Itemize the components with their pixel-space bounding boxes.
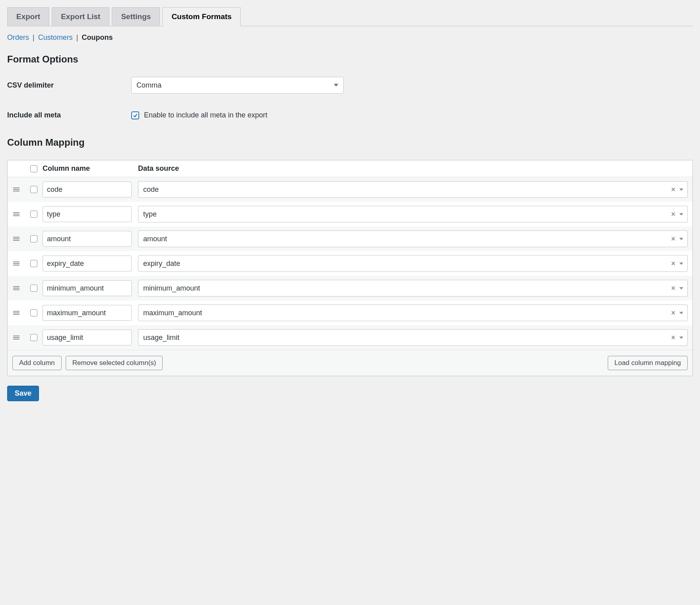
column-name-input[interactable] xyxy=(43,256,132,271)
drag-handle-icon[interactable] xyxy=(13,335,19,340)
select-csv-delimiter[interactable]: Comma xyxy=(131,77,344,94)
subnav: Orders | Customers | Coupons xyxy=(7,33,693,42)
drag-handle-icon[interactable] xyxy=(13,211,19,217)
row-checkbox[interactable] xyxy=(30,211,37,218)
clear-icon[interactable]: × xyxy=(671,235,675,243)
remove-selected-button[interactable]: Remove selected column(s) xyxy=(66,356,163,370)
data-source-value: amount xyxy=(143,235,167,243)
mapping-row: maximum_amount× xyxy=(8,301,692,325)
tab-export[interactable]: Export xyxy=(7,7,49,26)
checkbox-select-all[interactable] xyxy=(30,165,37,172)
column-name-input[interactable] xyxy=(43,206,132,222)
chevron-down-icon xyxy=(679,238,683,240)
data-source-select[interactable]: usage_limit× xyxy=(138,329,688,346)
data-source-select[interactable]: minimum_amount× xyxy=(138,280,688,297)
check-icon xyxy=(132,113,138,118)
desc-include-all-meta: Enable to include all meta in the export xyxy=(144,111,267,119)
row-checkbox[interactable] xyxy=(30,235,37,242)
chevron-down-icon xyxy=(334,84,338,87)
row-checkbox[interactable] xyxy=(30,334,37,341)
chevron-down-icon xyxy=(679,312,683,314)
mapping-header: Column name Data source xyxy=(8,160,692,177)
column-name-input[interactable] xyxy=(43,280,132,296)
drag-handle-icon[interactable] xyxy=(13,236,19,242)
chevron-down-icon xyxy=(679,336,683,339)
heading-column-mapping: Column Mapping xyxy=(7,137,693,148)
clear-icon[interactable]: × xyxy=(671,334,675,342)
subnav-orders[interactable]: Orders xyxy=(7,33,29,41)
load-column-mapping-button[interactable]: Load column mapping xyxy=(608,356,688,370)
chevron-down-icon xyxy=(679,188,683,191)
select-csv-delimiter-value: Comma xyxy=(136,81,161,90)
clear-icon[interactable]: × xyxy=(671,210,675,219)
mapping-row: code× xyxy=(8,177,692,202)
heading-format-options: Format Options xyxy=(7,54,693,65)
column-mapping-panel: Column name Data source code×type×amount… xyxy=(7,160,693,376)
row-checkbox[interactable] xyxy=(30,260,37,267)
chevron-down-icon xyxy=(679,213,683,215)
data-source-value: type xyxy=(143,210,157,219)
data-source-value: expiry_date xyxy=(143,260,180,268)
subnav-coupons[interactable]: Coupons xyxy=(82,33,113,41)
checkbox-include-all-meta[interactable] xyxy=(131,111,139,119)
data-source-value: minimum_amount xyxy=(143,284,200,293)
mapping-footer: Add column Remove selected column(s) Loa… xyxy=(8,350,692,376)
drag-handle-icon[interactable] xyxy=(13,261,19,266)
mapping-row: amount× xyxy=(8,226,692,251)
data-source-value: maximum_amount xyxy=(143,309,202,317)
mapping-row: minimum_amount× xyxy=(8,276,692,301)
main-tabs: Export Export List Settings Custom Forma… xyxy=(7,7,693,26)
tab-export-list[interactable]: Export List xyxy=(52,7,109,26)
tab-settings[interactable]: Settings xyxy=(112,7,160,26)
clear-icon[interactable]: × xyxy=(671,309,675,317)
column-name-input[interactable] xyxy=(43,305,132,321)
column-name-input[interactable] xyxy=(43,231,132,247)
save-button[interactable]: Save xyxy=(7,386,39,401)
data-source-value: code xyxy=(143,185,159,194)
mapping-row: expiry_date× xyxy=(8,251,692,276)
mapping-row: type× xyxy=(8,202,692,226)
row-checkbox[interactable] xyxy=(30,285,37,292)
header-data-source: Data source xyxy=(138,164,179,172)
data-source-value: usage_limit xyxy=(143,334,179,342)
format-options-table: CSV delimiter Comma Include all meta Ena… xyxy=(7,77,693,119)
header-column-name: Column name xyxy=(43,164,90,172)
column-name-input[interactable] xyxy=(43,330,132,345)
column-name-input[interactable] xyxy=(43,182,132,197)
subnav-customers[interactable]: Customers xyxy=(38,33,73,41)
label-csv-delimiter: CSV delimiter xyxy=(7,81,131,90)
data-source-select[interactable]: expiry_date× xyxy=(138,255,688,272)
drag-handle-icon[interactable] xyxy=(13,187,19,192)
data-source-select[interactable]: amount× xyxy=(138,230,688,247)
drag-handle-icon[interactable] xyxy=(13,310,19,316)
chevron-down-icon xyxy=(679,262,683,265)
subnav-separator: | xyxy=(33,33,35,41)
chevron-down-icon xyxy=(679,287,683,289)
tab-custom-formats[interactable]: Custom Formats xyxy=(162,7,241,26)
data-source-select[interactable]: code× xyxy=(138,181,688,198)
clear-icon[interactable]: × xyxy=(671,260,675,268)
row-checkbox[interactable] xyxy=(30,186,37,193)
add-column-button[interactable]: Add column xyxy=(12,356,62,370)
data-source-select[interactable]: type× xyxy=(138,206,688,222)
clear-icon[interactable]: × xyxy=(671,185,675,194)
row-checkbox[interactable] xyxy=(30,309,37,316)
label-include-all-meta: Include all meta xyxy=(7,111,131,119)
drag-handle-icon[interactable] xyxy=(13,285,19,291)
mapping-row: usage_limit× xyxy=(8,325,692,350)
clear-icon[interactable]: × xyxy=(671,284,675,293)
data-source-select[interactable]: maximum_amount× xyxy=(138,304,688,321)
subnav-separator: | xyxy=(76,33,78,41)
